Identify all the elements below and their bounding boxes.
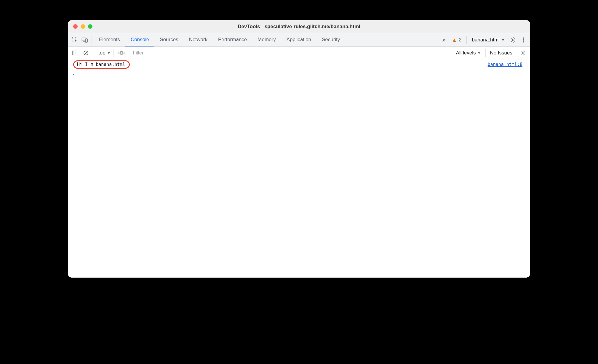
svg-rect-7 [72,51,77,55]
tab-sources[interactable]: Sources [154,33,183,46]
minimize-window-button[interactable] [81,24,85,29]
warning-count: 2 [459,37,461,43]
more-options-button[interactable] [518,35,528,45]
svg-point-12 [522,52,524,54]
console-sidebar-toggle-icon[interactable] [70,48,80,58]
svg-point-4 [523,37,524,38]
divider [466,36,467,44]
window-title: DevTools - speculative-rules.glitch.me/b… [68,24,530,30]
svg-line-10 [84,51,87,54]
divider [92,36,92,44]
devtools-window: DevTools - speculative-rules.glitch.me/b… [68,20,530,278]
chevron-down-icon: ▼ [478,51,481,55]
chevron-down-icon: ▼ [501,38,505,42]
annotation-highlight: Hi I'm banana.html [73,60,130,69]
tab-elements[interactable]: Elements [94,33,125,46]
inspect-element-icon[interactable] [70,35,80,45]
svg-point-3 [512,39,514,41]
issues-indicator[interactable]: No Issues [485,49,517,57]
issues-label: No Issues [490,50,512,56]
target-selector[interactable]: banana.html ▼ [469,37,508,43]
log-levels-selector[interactable]: All levels ▼ [452,49,484,57]
close-window-button[interactable] [73,24,78,29]
devtools-tabs-row: Elements Console Sources Network Perform… [68,33,530,47]
warnings-indicator[interactable]: ▲ 2 [449,37,464,43]
tab-network[interactable]: Network [184,33,213,46]
live-expression-icon[interactable] [117,51,126,55]
console-settings-icon[interactable] [518,49,528,57]
console-toolbar: top ▼ All levels ▼ No Issues [68,47,530,59]
window-titlebar: DevTools - speculative-rules.glitch.me/b… [68,20,530,33]
context-selector-label: top [98,50,105,56]
log-levels-label: All levels [456,50,476,56]
divider [93,49,93,57]
tab-application[interactable]: Application [281,33,316,46]
device-toolbar-icon[interactable] [80,35,90,45]
svg-point-6 [523,41,524,42]
console-log-entry: Hi I'm banana.html banana.html:8 [68,59,530,70]
prompt-chevron-icon: › [72,72,75,77]
traffic-lights [73,24,92,29]
target-selector-label: banana.html [472,37,500,43]
console-source-link[interactable]: banana.html:8 [488,62,522,67]
panel-tabs: Elements Console Sources Network Perform… [94,33,345,46]
settings-button[interactable] [508,35,518,45]
tab-console[interactable]: Console [125,33,154,46]
console-log-message: Hi I'm banana.html [77,62,125,67]
tabs-overflow-button[interactable]: » [439,36,449,44]
tab-memory[interactable]: Memory [252,33,281,46]
clear-console-icon[interactable] [81,48,91,58]
svg-point-5 [523,39,524,41]
tab-security[interactable]: Security [316,33,345,46]
chevron-down-icon: ▼ [107,51,111,55]
console-prompt[interactable]: › [68,70,530,79]
console-output[interactable]: Hi I'm banana.html banana.html:8 › [68,59,530,278]
svg-point-11 [121,52,122,54]
tab-performance[interactable]: Performance [213,33,252,46]
warning-icon: ▲ [452,37,457,43]
maximize-window-button[interactable] [88,24,92,29]
svg-rect-2 [85,39,87,42]
console-filter-input[interactable] [130,49,449,57]
context-selector[interactable]: top ▼ [95,49,114,57]
